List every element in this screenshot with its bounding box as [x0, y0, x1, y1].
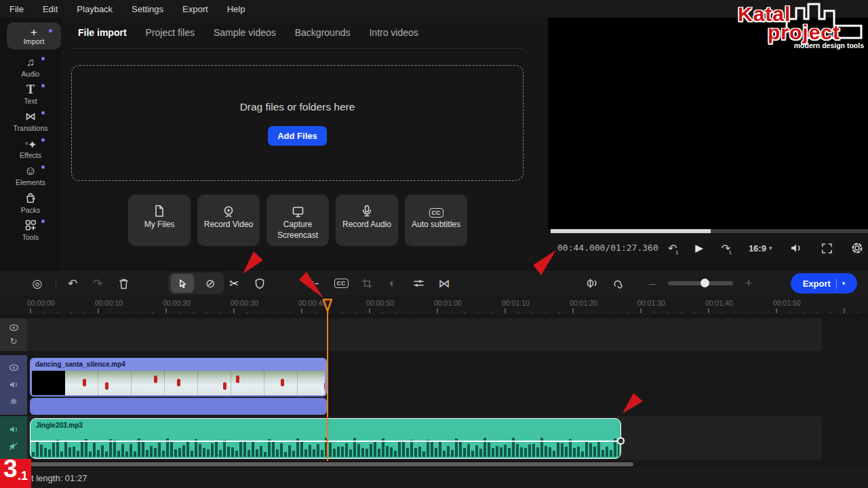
menu-item[interactable]: Export: [182, 4, 208, 14]
capture-screencast-card[interactable]: Capture Screencast: [267, 195, 329, 246]
playhead-handle[interactable]: [322, 298, 333, 313]
track-header-music: [0, 416, 27, 460]
clip-filename: dancing_santa_silence.mp4: [30, 358, 327, 369]
record-video-card[interactable]: Record Video: [197, 195, 260, 246]
eye-visibility-icon[interactable]: [9, 324, 19, 331]
jump-back-button[interactable]: ↶1: [668, 242, 677, 255]
zoom-slider-thumb[interactable]: [701, 279, 709, 287]
select-tool-button[interactable]: [171, 274, 194, 293]
sidebar-item-text[interactable]: T Text: [0, 83, 61, 108]
timeline-horizontal-scrollbar[interactable]: [30, 462, 633, 466]
clip-filmstrip: [32, 371, 325, 395]
video-editor-window: File Edit Playback Settings Export Help …: [0, 0, 868, 488]
snapping-toggle-icon[interactable]: ⊘: [199, 274, 221, 293]
timeline-zoom-slider[interactable]: [668, 281, 733, 285]
effects-icon: ✧✦: [0, 137, 61, 150]
play-button[interactable]: ▶: [695, 242, 703, 254]
tabs-divider: [71, 48, 523, 49]
shield-icon[interactable]: [251, 270, 269, 296]
export-button[interactable]: Export ▾: [791, 273, 857, 293]
jump-forward-button[interactable]: ↷1: [722, 242, 730, 255]
zoom-in-icon[interactable]: +: [740, 270, 757, 296]
zoom-out-icon[interactable]: –: [644, 270, 661, 296]
volume-fade-handle[interactable]: [617, 437, 625, 445]
preview-progress-fill: [551, 229, 711, 233]
project-length-text: t length: 01:27: [31, 473, 87, 483]
menu-item[interactable]: Edit: [43, 4, 58, 14]
sidebar-item-import[interactable]: + Import: [7, 22, 61, 49]
media-tab[interactable]: Intro videos: [369, 27, 418, 42]
new-feature-dot: [49, 29, 52, 33]
sidebar-item-packs[interactable]: Packs: [0, 191, 61, 217]
badge-major-text: 3: [3, 455, 18, 483]
transitions-icon: ⋈: [0, 110, 61, 123]
sidebar-item-tools[interactable]: Tools: [0, 218, 61, 244]
new-feature-dot: [41, 138, 45, 142]
fullscreen-icon[interactable]: [821, 243, 833, 254]
menu-item[interactable]: Settings: [132, 4, 163, 14]
scissors-cut-icon[interactable]: ✂: [225, 270, 243, 296]
timeline-tracks: ↻ ❄ dancing_santa_silence.mp4 Jingle203.…: [0, 316, 868, 468]
sync-loop-icon[interactable]: ↻: [10, 337, 18, 346]
preview-progress-bar[interactable]: [551, 229, 868, 233]
sidebar-item-elements[interactable]: ☺ Elements: [0, 164, 61, 190]
record-audio-card[interactable]: Record Audio: [336, 195, 398, 246]
auto-subtitles-card[interactable]: CC Auto subtitles: [405, 195, 467, 246]
undo-icon[interactable]: ↶: [64, 270, 81, 296]
menu-item[interactable]: File: [9, 4, 24, 14]
ruler-time-label: 00:01:00: [434, 299, 462, 307]
preview-settings-gear-icon[interactable]: [851, 242, 863, 254]
media-tab[interactable]: Project files: [146, 27, 195, 42]
video-clip[interactable]: dancing_santa_silence.mp4: [30, 358, 327, 396]
monitor-audio-icon[interactable]: [583, 270, 601, 296]
video-clip-audio-strip[interactable]: [30, 398, 327, 415]
chevron-down-icon[interactable]: ▾: [842, 280, 846, 287]
playhead-line[interactable]: [327, 306, 328, 461]
brand-logo: Katal project modern design tools: [732, 0, 867, 53]
menu-item[interactable]: Playback: [77, 4, 113, 14]
export-label: Export: [803, 279, 831, 289]
sidebar-item-effects[interactable]: ✧✦ Effects: [0, 137, 61, 163]
eye-visibility-icon[interactable]: [9, 364, 19, 371]
track-lane-overlay: [27, 319, 822, 351]
volume-line[interactable]: [31, 441, 620, 442]
speaker-icon[interactable]: [9, 425, 19, 434]
speaker-icon[interactable]: [9, 380, 19, 389]
monitor-icon: [267, 195, 329, 218]
media-tab[interactable]: File import: [78, 27, 127, 42]
snowflake-icon[interactable]: ❄: [10, 397, 18, 406]
sidebar-item-audio[interactable]: ♫ Audio: [0, 56, 61, 81]
preview-volume-icon[interactable]: [790, 243, 803, 253]
sidebar-item-label: Text: [0, 97, 61, 105]
contrast-icon[interactable]: ◐: [384, 270, 401, 296]
new-feature-dot: [41, 84, 45, 87]
edit-tool-group: ⊘: [168, 272, 224, 294]
captions-icon[interactable]: CC: [332, 270, 350, 296]
adjust-sliders-icon[interactable]: [410, 270, 427, 296]
add-transition-icon[interactable]: ⋈: [435, 270, 453, 296]
delete-icon[interactable]: [115, 270, 132, 296]
version-badge: 3 .1: [0, 459, 31, 488]
file-drop-zone[interactable]: Drag files or folders here Add Files: [71, 65, 524, 181]
snap-attach-icon[interactable]: [609, 270, 627, 296]
timeline-ruler[interactable]: 00:00:00 00:00:10 00:00:20 00:00:30 00:0…: [0, 296, 868, 316]
chevron-down-icon: ▾: [769, 245, 772, 251]
sidebar-item-transitions[interactable]: ⋈ Transitions: [0, 110, 61, 136]
ruler-time-label: 00:01:20: [570, 299, 597, 307]
aspect-ratio-selector[interactable]: 16:9▾: [749, 243, 772, 253]
redo-icon[interactable]: ↷: [89, 270, 106, 296]
media-tab[interactable]: Sample videos: [214, 27, 276, 42]
new-feature-dot: [41, 111, 45, 115]
speaker-muted-icon[interactable]: [9, 442, 19, 451]
split-clip-icon[interactable]: [304, 270, 322, 296]
my-files-card[interactable]: My Files: [128, 195, 191, 246]
add-files-button[interactable]: Add Files: [268, 126, 327, 146]
music-note-icon: ♫: [0, 56, 61, 69]
audio-clip[interactable]: Jingle203.mp3: [30, 418, 621, 459]
crop-icon[interactable]: [358, 270, 376, 296]
media-tab[interactable]: Backgrounds: [295, 27, 351, 42]
logo-word-2: project: [768, 21, 840, 44]
menu-item[interactable]: Help: [227, 4, 245, 14]
record-icon[interactable]: ◎: [28, 270, 46, 296]
ruler-time-label: 00:00:50: [366, 299, 394, 307]
